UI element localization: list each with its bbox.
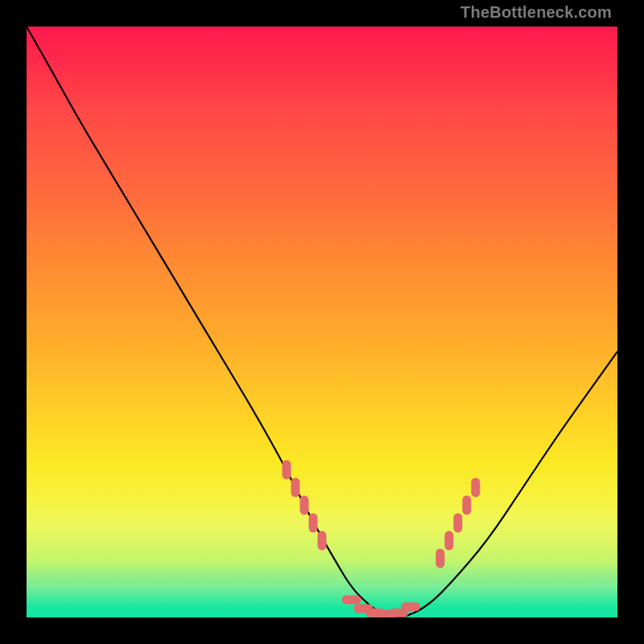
chart-container: TheBottleneck.com	[0, 0, 644, 644]
highlight-marker	[444, 531, 453, 551]
highlight-marker	[299, 496, 308, 515]
highlight-marker	[401, 602, 420, 611]
highlight-marker	[462, 496, 471, 515]
highlight-marker	[453, 514, 462, 533]
bottleneck-curve	[27, 27, 617, 617]
highlight-marker	[318, 531, 327, 551]
highlight-left	[282, 460, 326, 551]
curve-layer	[27, 27, 617, 617]
highlight-marker	[471, 478, 480, 497]
highlight-marker	[308, 514, 317, 533]
highlight-marker	[282, 460, 291, 480]
highlight-marker	[291, 478, 299, 497]
highlight-marker	[342, 595, 361, 604]
highlight-marker	[436, 549, 444, 568]
plot-area	[27, 27, 617, 617]
highlight-right	[436, 478, 480, 568]
watermark-text: TheBottleneck.com	[460, 3, 612, 22]
